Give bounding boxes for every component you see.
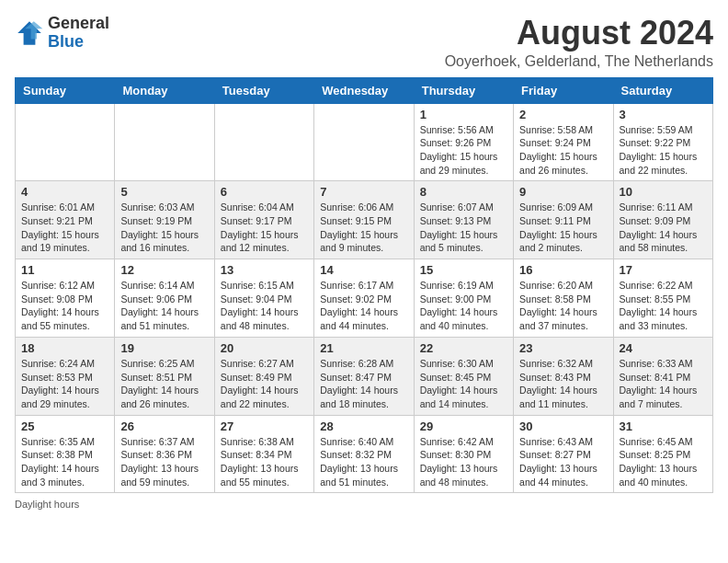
table-row: 29Sunrise: 6:42 AM Sunset: 8:30 PM Dayli…	[414, 415, 513, 493]
day-info: Sunrise: 6:24 AM Sunset: 8:53 PM Dayligh…	[21, 357, 108, 411]
day-info: Sunrise: 6:42 AM Sunset: 8:30 PM Dayligh…	[420, 435, 507, 489]
table-row: 12Sunrise: 6:14 AM Sunset: 9:06 PM Dayli…	[115, 259, 214, 338]
day-number: 11	[21, 263, 108, 277]
day-info: Sunrise: 6:12 AM Sunset: 9:08 PM Dayligh…	[21, 279, 108, 333]
table-row: 4Sunrise: 6:01 AM Sunset: 9:21 PM Daylig…	[16, 181, 115, 259]
col-saturday: Saturday	[613, 77, 712, 103]
day-number: 5	[120, 185, 208, 199]
day-number: 28	[320, 419, 407, 433]
day-number: 23	[519, 341, 607, 355]
logo-text: General Blue	[48, 15, 109, 52]
day-info: Sunrise: 6:35 AM Sunset: 8:38 PM Dayligh…	[21, 435, 108, 489]
day-info: Sunrise: 6:30 AM Sunset: 8:45 PM Dayligh…	[420, 357, 507, 411]
table-row: 15Sunrise: 6:19 AM Sunset: 9:00 PM Dayli…	[414, 259, 513, 338]
table-row: 9Sunrise: 6:09 AM Sunset: 9:11 PM Daylig…	[514, 181, 613, 259]
day-info: Sunrise: 6:14 AM Sunset: 9:06 PM Dayligh…	[120, 279, 208, 333]
table-row: 5Sunrise: 6:03 AM Sunset: 9:19 PM Daylig…	[115, 181, 214, 259]
table-row	[16, 103, 115, 181]
table-row: 21Sunrise: 6:28 AM Sunset: 8:47 PM Dayli…	[314, 337, 414, 415]
day-number: 21	[320, 341, 407, 355]
day-info: Sunrise: 6:40 AM Sunset: 8:32 PM Dayligh…	[320, 435, 407, 489]
day-number: 9	[519, 185, 607, 199]
day-info: Sunrise: 6:45 AM Sunset: 8:25 PM Dayligh…	[620, 435, 707, 489]
page-container: General Blue August 2024 Ooyerhoek, Geld…	[0, 0, 728, 517]
header: General Blue August 2024 Ooyerhoek, Geld…	[15, 15, 713, 70]
day-info: Sunrise: 6:28 AM Sunset: 8:47 PM Dayligh…	[320, 357, 407, 411]
subtitle: Ooyerhoek, Gelderland, The Netherlands	[445, 53, 713, 70]
table-row: 22Sunrise: 6:30 AM Sunset: 8:45 PM Dayli…	[414, 337, 513, 415]
day-number: 22	[420, 341, 507, 355]
day-info: Sunrise: 5:58 AM Sunset: 9:24 PM Dayligh…	[519, 123, 607, 178]
table-row: 17Sunrise: 6:22 AM Sunset: 8:55 PM Dayli…	[613, 259, 712, 338]
table-row: 24Sunrise: 6:33 AM Sunset: 8:41 PM Dayli…	[613, 337, 712, 415]
day-number: 17	[620, 263, 707, 277]
day-info: Sunrise: 6:04 AM Sunset: 9:17 PM Dayligh…	[221, 201, 308, 255]
table-row: 14Sunrise: 6:17 AM Sunset: 9:02 PM Dayli…	[314, 259, 414, 338]
day-number: 7	[320, 185, 407, 199]
day-number: 1	[420, 108, 507, 121]
day-info: Sunrise: 6:37 AM Sunset: 8:36 PM Dayligh…	[120, 435, 208, 489]
table-row	[314, 103, 414, 181]
table-row: 18Sunrise: 6:24 AM Sunset: 8:53 PM Dayli…	[16, 337, 115, 415]
day-info: Sunrise: 6:38 AM Sunset: 8:34 PM Dayligh…	[221, 435, 308, 489]
table-row: 31Sunrise: 6:45 AM Sunset: 8:25 PM Dayli…	[613, 415, 712, 493]
day-info: Sunrise: 6:15 AM Sunset: 9:04 PM Dayligh…	[221, 279, 308, 333]
table-row: 28Sunrise: 6:40 AM Sunset: 8:32 PM Dayli…	[314, 415, 414, 493]
day-info: Sunrise: 6:09 AM Sunset: 9:11 PM Dayligh…	[519, 201, 607, 255]
day-info: Sunrise: 6:07 AM Sunset: 9:13 PM Dayligh…	[420, 201, 507, 255]
table-row: 23Sunrise: 6:32 AM Sunset: 8:43 PM Dayli…	[514, 337, 613, 415]
calendar-table: Sunday Monday Tuesday Wednesday Thursday…	[15, 77, 713, 494]
table-row: 11Sunrise: 6:12 AM Sunset: 9:08 PM Dayli…	[16, 259, 115, 338]
table-row: 1Sunrise: 5:56 AM Sunset: 9:26 PM Daylig…	[414, 103, 513, 181]
table-row: 13Sunrise: 6:15 AM Sunset: 9:04 PM Dayli…	[214, 259, 313, 338]
day-info: Sunrise: 6:03 AM Sunset: 9:19 PM Dayligh…	[120, 201, 208, 255]
day-info: Sunrise: 6:33 AM Sunset: 8:41 PM Dayligh…	[620, 357, 707, 411]
table-row	[115, 103, 214, 181]
table-row: 2Sunrise: 5:58 AM Sunset: 9:24 PM Daylig…	[514, 103, 613, 181]
day-number: 18	[21, 341, 108, 355]
day-number: 15	[420, 263, 507, 277]
day-info: Sunrise: 5:59 AM Sunset: 9:22 PM Dayligh…	[620, 123, 707, 178]
table-row: 7Sunrise: 6:06 AM Sunset: 9:15 PM Daylig…	[314, 181, 414, 259]
day-info: Sunrise: 6:11 AM Sunset: 9:09 PM Dayligh…	[620, 201, 707, 255]
main-title: August 2024	[445, 15, 713, 52]
day-number: 19	[120, 341, 208, 355]
day-info: Sunrise: 6:22 AM Sunset: 8:55 PM Dayligh…	[620, 279, 707, 333]
day-info: Sunrise: 6:43 AM Sunset: 8:27 PM Dayligh…	[519, 435, 607, 489]
day-number: 25	[21, 419, 108, 433]
logo-icon	[15, 18, 44, 48]
logo: General Blue	[15, 15, 109, 52]
col-thursday: Thursday	[414, 77, 513, 103]
table-row	[214, 103, 313, 181]
day-number: 8	[420, 185, 507, 199]
day-number: 27	[221, 419, 308, 433]
day-info: Sunrise: 6:19 AM Sunset: 9:00 PM Dayligh…	[420, 279, 507, 333]
calendar-header-row: Sunday Monday Tuesday Wednesday Thursday…	[16, 77, 713, 103]
title-area: August 2024 Ooyerhoek, Gelderland, The N…	[445, 15, 713, 70]
day-number: 26	[120, 419, 208, 433]
day-number: 13	[221, 263, 308, 277]
day-number: 29	[420, 419, 507, 433]
table-row: 30Sunrise: 6:43 AM Sunset: 8:27 PM Dayli…	[514, 415, 613, 493]
day-info: Sunrise: 6:01 AM Sunset: 9:21 PM Dayligh…	[21, 201, 108, 255]
day-number: 30	[519, 419, 607, 433]
table-row: 25Sunrise: 6:35 AM Sunset: 8:38 PM Dayli…	[16, 415, 115, 493]
day-info: Sunrise: 6:25 AM Sunset: 8:51 PM Dayligh…	[120, 357, 208, 411]
table-row: 8Sunrise: 6:07 AM Sunset: 9:13 PM Daylig…	[414, 181, 513, 259]
calendar-week-5: 25Sunrise: 6:35 AM Sunset: 8:38 PM Dayli…	[16, 415, 713, 493]
day-info: Sunrise: 6:27 AM Sunset: 8:49 PM Dayligh…	[221, 357, 308, 411]
table-row: 16Sunrise: 6:20 AM Sunset: 8:58 PM Dayli…	[514, 259, 613, 338]
table-row: 19Sunrise: 6:25 AM Sunset: 8:51 PM Dayli…	[115, 337, 214, 415]
calendar-week-3: 11Sunrise: 6:12 AM Sunset: 9:08 PM Dayli…	[16, 259, 713, 338]
day-info: Sunrise: 6:06 AM Sunset: 9:15 PM Dayligh…	[320, 201, 407, 255]
col-friday: Friday	[514, 77, 613, 103]
day-info: Sunrise: 5:56 AM Sunset: 9:26 PM Dayligh…	[420, 123, 507, 178]
day-number: 14	[320, 263, 407, 277]
day-number: 6	[221, 185, 308, 199]
day-number: 12	[120, 263, 208, 277]
day-info: Sunrise: 6:20 AM Sunset: 8:58 PM Dayligh…	[519, 279, 607, 333]
day-number: 16	[519, 263, 607, 277]
day-info: Sunrise: 6:32 AM Sunset: 8:43 PM Dayligh…	[519, 357, 607, 411]
day-number: 10	[620, 185, 707, 199]
day-number: 2	[519, 108, 607, 121]
